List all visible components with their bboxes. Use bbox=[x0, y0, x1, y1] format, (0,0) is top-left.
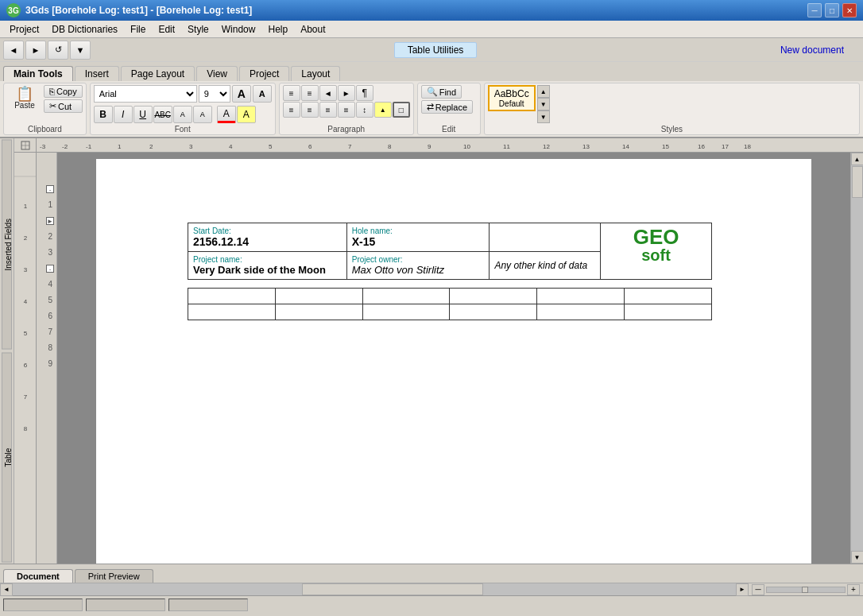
indent-inc-button[interactable]: ► bbox=[338, 85, 355, 101]
geosoft-geo-text: GEO bbox=[606, 227, 706, 247]
scroll-down-button[interactable]: ▼ bbox=[851, 551, 864, 564]
scroll-thumb[interactable] bbox=[852, 166, 863, 198]
maximize-button[interactable]: □ bbox=[825, 3, 839, 17]
find-label: Find bbox=[439, 87, 456, 97]
lower-table-row-2 bbox=[188, 304, 712, 320]
tab-main-tools[interactable]: Main Tools bbox=[3, 66, 73, 81]
strikethrough-button[interactable]: ABC bbox=[153, 106, 172, 123]
tab-insert[interactable]: Insert bbox=[75, 66, 119, 81]
font-grow-button[interactable]: A bbox=[232, 85, 251, 103]
style-preview-text: AaBbCc bbox=[494, 88, 529, 99]
lower-table bbox=[188, 288, 712, 320]
justify-button[interactable]: ≡ bbox=[338, 102, 355, 118]
borehole-header-table: Start Date: 2156.12.14 Hole name: X-15 bbox=[188, 223, 712, 280]
table-tab[interactable]: Table bbox=[2, 353, 12, 563]
align-center-button[interactable]: ≡ bbox=[301, 102, 319, 118]
scroll-up-button[interactable]: ▲ bbox=[851, 153, 864, 165]
menu-edit[interactable]: Edit bbox=[152, 22, 181, 37]
styles-scroll-up[interactable]: ▲ bbox=[537, 85, 550, 98]
tab-view[interactable]: View bbox=[196, 66, 238, 81]
bullets-button[interactable]: ≡ bbox=[283, 85, 300, 101]
svg-text:13: 13 bbox=[582, 143, 590, 150]
highlight-button[interactable]: A bbox=[237, 106, 256, 123]
underline-button[interactable]: U bbox=[134, 106, 153, 123]
cut-button[interactable]: ✂ Cut bbox=[44, 99, 83, 113]
numbering-button[interactable]: ≡ bbox=[301, 85, 319, 101]
inserted-fields-tab[interactable]: Inserted Fields bbox=[2, 140, 12, 350]
borders-button[interactable]: □ bbox=[393, 102, 410, 118]
italic-button[interactable]: I bbox=[114, 106, 133, 123]
right-scrollbar[interactable]: ▲ ▼ bbox=[850, 153, 863, 564]
zoom-out-button[interactable]: ─ bbox=[752, 584, 764, 595]
indent-dec-button[interactable]: ◄ bbox=[319, 85, 337, 101]
document-scroll[interactable]: Start Date: 2156.12.14 Hole name: X-15 bbox=[57, 153, 850, 564]
copy-label: Copy bbox=[56, 87, 77, 96]
close-button[interactable]: ✕ bbox=[842, 3, 857, 17]
menu-about[interactable]: About bbox=[294, 22, 331, 37]
cut-icon: ✂ bbox=[49, 101, 56, 111]
scroll-h-thumb[interactable] bbox=[302, 583, 483, 595]
other-data-cell: Any other kind of data bbox=[490, 252, 601, 280]
line-num-collapse2[interactable]: ► bbox=[37, 216, 54, 232]
scroll-right-button[interactable]: ► bbox=[736, 583, 749, 596]
clipboard-group: 📋 Paste ⎘ Copy ✂ Cut Clipboard bbox=[3, 83, 87, 135]
subscript-button[interactable]: A bbox=[173, 106, 192, 123]
font-size-select[interactable]: 9 bbox=[199, 85, 230, 103]
find-button[interactable]: 🔍 Find bbox=[421, 85, 462, 99]
tab-layout[interactable]: Layout bbox=[291, 66, 340, 81]
forward-button[interactable]: ► bbox=[25, 41, 46, 60]
show-hide-button[interactable]: ¶ bbox=[356, 85, 373, 101]
style-preview[interactable]: AaBbCc Default bbox=[488, 85, 536, 111]
menu-style[interactable]: Style bbox=[181, 22, 215, 37]
dropdown-button[interactable]: ▼ bbox=[70, 41, 91, 60]
svg-text:14: 14 bbox=[622, 143, 629, 150]
copy-button[interactable]: ⎘ Copy bbox=[44, 85, 83, 98]
menu-help[interactable]: Help bbox=[261, 22, 294, 37]
svg-text:10: 10 bbox=[463, 143, 470, 150]
shading-button[interactable]: ▲ bbox=[374, 102, 392, 118]
paragraph-group-label: Paragraph bbox=[280, 125, 413, 134]
scroll-track[interactable] bbox=[851, 165, 863, 551]
page-scroll-area[interactable]: - 1 ► 2 3 - 4 5 6 7 8 9 bbox=[37, 153, 863, 564]
svg-text:3: 3 bbox=[189, 143, 193, 150]
styles-expand[interactable]: ▼ bbox=[537, 110, 550, 123]
refresh-button[interactable]: ↺ bbox=[48, 41, 68, 60]
svg-text:9: 9 bbox=[428, 143, 432, 150]
paste-button[interactable]: 📋 Paste bbox=[7, 85, 42, 111]
font-shrink-button[interactable]: A bbox=[253, 85, 272, 103]
line-spacing-button[interactable]: ↕ bbox=[356, 102, 373, 118]
start-date-label: Start Date: bbox=[193, 227, 342, 235]
bold-button[interactable]: B bbox=[94, 106, 113, 123]
menu-window[interactable]: Window bbox=[215, 22, 262, 37]
app-logo: 3G bbox=[6, 3, 21, 17]
svg-text:17: 17 bbox=[722, 143, 729, 150]
scroll-left-button[interactable]: ◄ bbox=[0, 583, 13, 596]
menu-db-dictionaries[interactable]: DB Dictionaries bbox=[45, 22, 124, 37]
tab-print-preview[interactable]: Print Preview bbox=[75, 569, 153, 583]
align-left-button[interactable]: ≡ bbox=[283, 102, 300, 118]
back-button[interactable]: ◄ bbox=[3, 41, 24, 60]
line-num-collapse[interactable]: - bbox=[37, 184, 54, 200]
zoom-slider[interactable] bbox=[766, 587, 846, 593]
hole-name-value: X-15 bbox=[352, 235, 376, 248]
tab-page-layout[interactable]: Page Layout bbox=[121, 66, 195, 81]
minimize-button[interactable]: ─ bbox=[807, 3, 822, 17]
replace-button[interactable]: ⇄ Replace bbox=[421, 100, 473, 114]
scroll-h-track[interactable] bbox=[13, 583, 736, 595]
line-num-collapse3[interactable]: - bbox=[37, 264, 54, 280]
zoom-in-button[interactable]: + bbox=[847, 584, 860, 595]
styles-scroll-down[interactable]: ▼ bbox=[537, 98, 550, 110]
title-bar: 3G 3Gds [Borehole Log: test1] - [Borehol… bbox=[0, 0, 863, 21]
tab-project[interactable]: Project bbox=[239, 66, 289, 81]
align-right-button[interactable]: ≡ bbox=[319, 102, 337, 118]
font-color-button[interactable]: A bbox=[217, 106, 236, 123]
font-name-select[interactable]: Arial bbox=[94, 85, 197, 103]
menu-project[interactable]: Project bbox=[3, 22, 45, 37]
menu-file[interactable]: File bbox=[124, 22, 152, 37]
svg-text:-1: -1 bbox=[86, 143, 92, 150]
svg-text:1: 1 bbox=[118, 143, 122, 150]
superscript-button[interactable]: A bbox=[193, 106, 212, 123]
ruler-corner-icon bbox=[21, 141, 30, 150]
tab-document[interactable]: Document bbox=[3, 569, 73, 583]
new-document-label: New document bbox=[780, 45, 844, 56]
